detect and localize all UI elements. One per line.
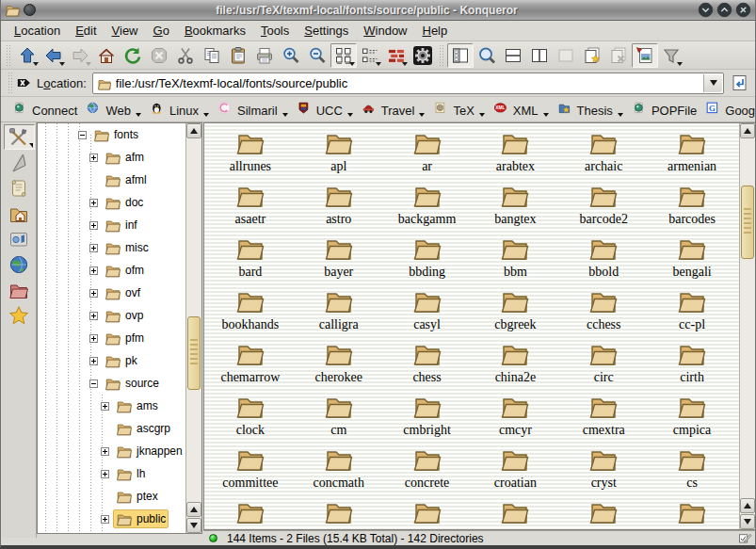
folder-cmextra[interactable]: cmextra (559, 391, 648, 444)
folder-bayer[interactable]: bayer (295, 233, 383, 285)
tree-item-afml[interactable]: afml (38, 169, 185, 191)
expand-icon[interactable] (89, 153, 98, 162)
folder-partial[interactable] (648, 496, 736, 530)
minimize-button[interactable] (698, 2, 714, 18)
tree-item-public[interactable]: public (38, 508, 185, 530)
menu-view[interactable]: View (105, 22, 146, 40)
tree-item-body[interactable]: misc (102, 238, 152, 257)
expand-icon[interactable] (101, 447, 109, 456)
up-button[interactable] (14, 43, 40, 68)
folder-bbold[interactable]: bbold (559, 233, 648, 285)
expand-icon[interactable] (101, 515, 109, 524)
bookmark-connect[interactable]: Connect (8, 100, 82, 120)
main-scrollbar-thumb[interactable] (741, 186, 754, 259)
folder-barcodes[interactable]: barcodes (648, 180, 736, 233)
location-input[interactable] (116, 74, 685, 92)
tree-item-body[interactable]: lh (113, 464, 148, 483)
tree-item-body[interactable]: fonts (90, 125, 141, 144)
find-file-button[interactable] (474, 43, 500, 68)
menu-tools[interactable]: Tools (253, 22, 297, 40)
reload-button[interactable] (120, 43, 146, 68)
location-dropdown-button[interactable] (703, 74, 722, 92)
toolbar-handle[interactable] (8, 73, 13, 93)
folder-cm[interactable]: cm (295, 391, 383, 444)
go-button[interactable] (729, 72, 751, 94)
tree-item-lh[interactable]: lh (38, 462, 185, 485)
bookmark-popfile[interactable]: POPFile (628, 100, 701, 120)
folder-cryst[interactable]: cryst (559, 444, 648, 496)
folder-cirth[interactable]: cirth (648, 338, 736, 391)
folder-barcode2[interactable]: barcode2 (559, 180, 648, 233)
tree-item-ovp[interactable]: ovp (38, 304, 185, 327)
clear-location-button[interactable] (16, 74, 33, 91)
bookmarks-tab-button[interactable] (4, 150, 35, 175)
folder-backgamm[interactable]: backgamm (383, 180, 472, 233)
expand-icon[interactable] (89, 221, 98, 230)
folder-bengali[interactable]: bengali (648, 233, 736, 285)
folder-committee[interactable]: committee (206, 444, 295, 496)
bookmark-linux[interactable]: Linux (146, 100, 214, 120)
copy-button[interactable] (199, 43, 225, 68)
folder-cmbright[interactable]: cmbright (383, 391, 472, 444)
bricks-view-button[interactable] (383, 43, 410, 68)
zoom-in-button[interactable] (278, 43, 304, 68)
menu-edit[interactable]: Edit (68, 22, 104, 40)
tree-item-fonts[interactable]: fonts (38, 123, 185, 146)
bookmark-google[interactable]: GGoogle (701, 100, 756, 120)
expand-icon[interactable] (89, 266, 98, 275)
expand-icon[interactable] (89, 289, 98, 298)
close-button[interactable] (735, 2, 751, 18)
folder-bard[interactable]: bard (206, 233, 295, 285)
bookmark-ucc[interactable]: UCC (293, 100, 358, 120)
folder-bbding[interactable]: bbding (383, 233, 472, 285)
folder-china2e[interactable]: china2e (472, 338, 560, 391)
tree-item-pk[interactable]: pk (38, 349, 185, 372)
folder-ar[interactable]: ar (383, 127, 472, 180)
folder-chemarrow[interactable]: chemarrow (206, 338, 295, 391)
menu-settings[interactable]: Settings (297, 22, 356, 40)
title-bar[interactable]: file:/usr/TeX/texmf-local/fonts/source/p… (1, 0, 755, 21)
tree-scroll-up-button-2[interactable] (186, 502, 201, 517)
root-folder-tab-button[interactable] (4, 277, 35, 302)
folder-bbm[interactable]: bbm (472, 233, 560, 285)
folder-astro[interactable]: astro (295, 180, 383, 233)
tree-item-ofm[interactable]: ofm (38, 259, 185, 282)
tree-item-source[interactable]: source (38, 372, 185, 395)
menu-help[interactable]: Help (415, 22, 456, 40)
tree-item-body[interactable]: public (113, 509, 169, 528)
bookmark-thesis[interactable]: Thesis (554, 100, 628, 120)
tree-item-body[interactable]: pfm (102, 329, 147, 347)
expand-icon[interactable] (101, 470, 109, 478)
location-combobox[interactable] (92, 73, 724, 94)
tree-item-ams[interactable]: ams (38, 395, 185, 417)
folder-circ[interactable]: circ (559, 338, 648, 391)
expand-icon[interactable] (89, 199, 98, 207)
tree-item-doc[interactable]: doc (38, 191, 185, 214)
new-tab-button[interactable] (579, 43, 605, 68)
tree-item-body[interactable]: ascgrp (113, 419, 173, 438)
folder-casyl[interactable]: casyl (383, 285, 472, 338)
home-folder-tab-button[interactable] (4, 201, 35, 226)
bookmark-xml[interactable]: XMLXML (490, 100, 554, 120)
menu-location[interactable]: Location (7, 22, 68, 40)
folder-partial[interactable] (295, 496, 383, 530)
folder-concmath[interactable]: concmath (295, 444, 383, 496)
tree-item-body[interactable]: pk (102, 351, 140, 370)
main-scroll-up-button[interactable] (740, 123, 755, 138)
folder-cc-pl[interactable]: cc-pl (648, 285, 736, 338)
tree-scrollbar[interactable] (185, 123, 201, 533)
folder-cbgreek[interactable]: cbgreek (472, 285, 560, 338)
bookmark-star-tab-button[interactable] (4, 302, 35, 328)
folder-bangtex[interactable]: bangtex (472, 180, 560, 233)
bookmark-silmaril[interactable]: Silmaril (214, 100, 293, 120)
tree-item-body[interactable]: inf (102, 216, 140, 234)
folder-cherokee[interactable]: cherokee (295, 338, 383, 391)
tree-item-body[interactable]: ovp (102, 306, 146, 325)
print-button[interactable] (251, 43, 278, 68)
tree-scroll-up-button[interactable] (186, 123, 201, 138)
tree-item-body[interactable]: ofm (102, 261, 147, 280)
folder-partial[interactable] (472, 496, 560, 530)
split-view-left-right-button[interactable] (526, 43, 553, 68)
home-button[interactable] (93, 43, 120, 68)
cut-button[interactable] (172, 43, 199, 68)
